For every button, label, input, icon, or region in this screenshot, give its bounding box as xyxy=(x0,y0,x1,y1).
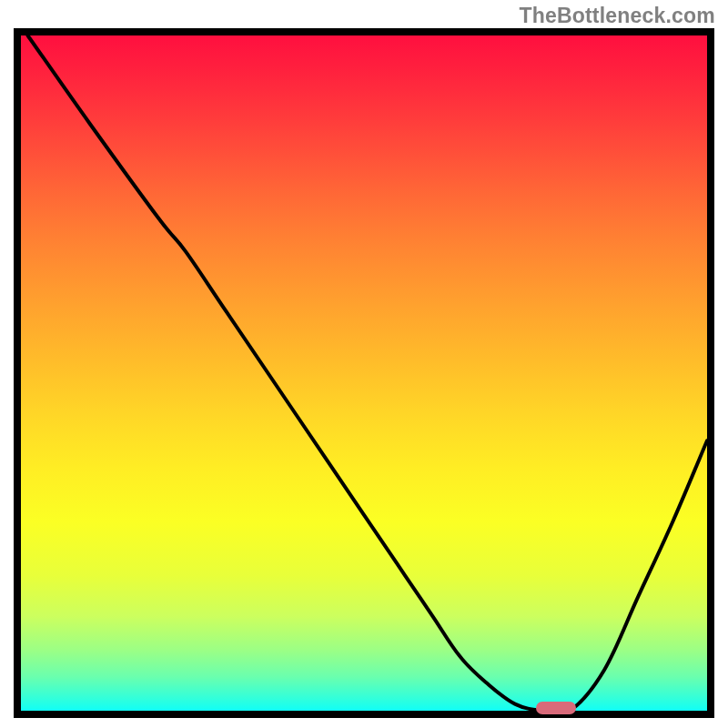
watermark-text: TheBottleneck.com xyxy=(519,4,715,28)
bottleneck-curve xyxy=(21,35,707,711)
optimal-marker xyxy=(536,702,576,714)
chart-frame xyxy=(14,28,714,718)
